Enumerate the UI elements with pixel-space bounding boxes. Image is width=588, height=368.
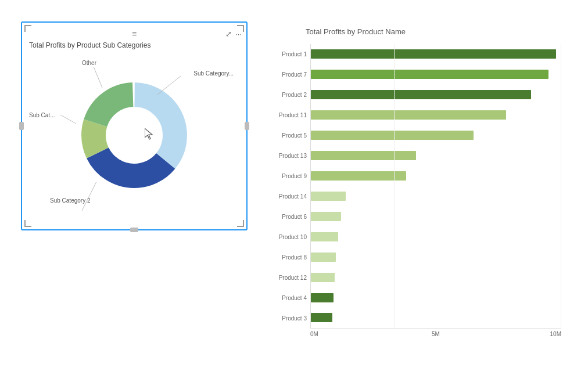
bar-row [311,125,561,146]
x-label: 10M [478,331,561,337]
y-label-product-12: Product 12 [279,268,307,288]
y-label-product-2: Product 2 [282,85,307,105]
bracket-br [237,220,244,227]
x-label: 0M [310,331,394,337]
y-label-product-7: Product 7 [282,64,307,85]
x-label: 5M [394,331,478,337]
bar-product-5[interactable] [311,131,474,140]
y-label-product-9: Product 9 [282,166,307,186]
y-label-product-1: Product 1 [282,44,307,64]
bar-product-3[interactable] [311,313,332,322]
y-label-product-3: Product 3 [282,308,307,329]
handle-right[interactable] [245,122,249,130]
bar-row [311,247,561,267]
label-subcategory-main: Sub Category... [193,70,234,77]
y-label-product-13: Product 13 [279,146,307,166]
bar-product-13[interactable] [311,151,416,160]
handle-bottom[interactable] [130,228,138,232]
bar-row [311,308,561,328]
panel-top-bar: ≡ ⤢ ··· [27,27,242,40]
bar-product-6[interactable] [311,212,341,221]
y-label-product-11: Product 11 [279,105,307,125]
bar-row [311,44,561,64]
bar-product-14[interactable] [311,192,346,201]
bar-row [311,287,561,308]
y-label-product-14: Product 14 [279,186,307,207]
donut-chart-panel: ≡ ⤢ ··· Total Profits by Product Sub Cat… [21,21,248,230]
bar-product-2[interactable] [311,90,531,99]
bar-product-9[interactable] [311,171,406,181]
bar-product-4[interactable] [311,293,334,302]
bar-row [311,64,561,85]
bar-product-7[interactable] [311,70,548,79]
expand-icon[interactable]: ⤢ [225,30,232,38]
bar-product-11[interactable] [311,110,506,120]
bar-row [311,146,561,166]
bar-product-1[interactable] [311,49,556,59]
more-icon[interactable]: ··· [235,30,242,38]
bar-chart-title: Total Profits by Product Name [306,27,561,36]
bar-product-10[interactable] [311,232,338,241]
bar-row [311,226,561,247]
donut-area: Sub Category... Other Sub Cat... Sub Cat… [27,54,242,217]
main-container: ≡ ⤢ ··· Total Profits by Product Sub Cat… [9,10,579,358]
hamburger-icon[interactable]: ≡ [132,29,137,38]
bar-area [310,44,561,329]
bar-product-8[interactable] [311,252,336,262]
donut-center [106,107,162,163]
bar-row [311,267,561,287]
bar-chart-panel: Total Profits by Product Name Product 1P… [271,21,567,343]
bar-product-12[interactable] [311,273,335,282]
y-label-product-10: Product 10 [279,227,307,247]
bracket-bl [24,220,31,227]
bar-row [311,166,561,186]
y-label-product-6: Product 6 [282,207,307,227]
donut-chart-title: Total Profits by Product Sub Categories [29,41,242,49]
y-label-product-5: Product 5 [282,125,307,146]
panel-icons-right: ⤢ ··· [225,30,242,38]
label-subcategory-mid: Sub Cat... [29,112,55,118]
label-other: Other [82,60,96,66]
bar-chart-body: Product 1Product 7Product 2Product 11Pro… [271,44,561,329]
handle-left[interactable] [19,122,24,130]
bar-row [311,85,561,105]
donut-svg[interactable] [70,71,198,199]
x-axis-labels: 0M5M10M [310,329,561,337]
y-label-product-4: Product 4 [282,288,307,308]
bar-row [311,206,561,226]
bar-y-labels: Product 1Product 7Product 2Product 11Pro… [271,44,310,329]
bar-row [311,105,561,125]
bar-row [311,186,561,206]
y-label-product-8: Product 8 [282,247,307,268]
